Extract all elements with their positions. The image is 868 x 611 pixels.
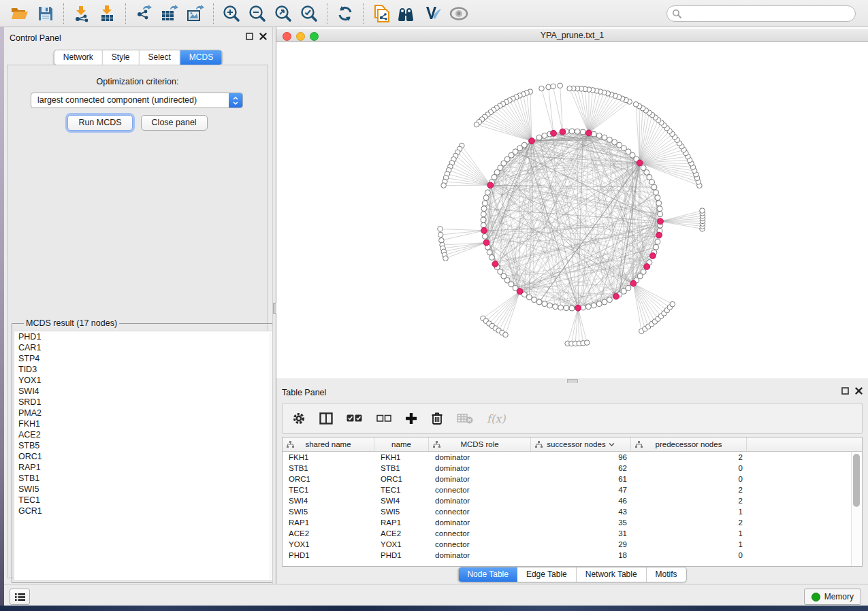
add-column-icon[interactable] [405,412,417,425]
table-cell[interactable]: 0 [631,475,747,483]
tab-style[interactable]: Style [103,50,140,65]
column-header-name[interactable]: name [374,437,429,451]
table-cell[interactable]: dominator [429,551,531,559]
table-cell[interactable]: 35 [531,518,631,527]
table-cell[interactable]: dominator [429,497,531,505]
save-session-button[interactable] [33,3,59,24]
mcds-result-item[interactable]: SWI5 [14,484,281,495]
table-cell[interactable]: 29 [531,540,631,548]
mcds-result-item[interactable]: TID3 [14,364,281,375]
horizontal-split-divider[interactable] [276,378,868,383]
close-panel-button[interactable]: Close panel [141,115,208,131]
column-header-MCDS-role[interactable]: MCDS role [429,437,531,451]
table-cell[interactable]: connector [429,529,531,538]
close-panel-icon[interactable] [855,387,863,395]
table-cell[interactable]: 61 [531,475,631,483]
table-cell[interactable]: 96 [531,453,631,461]
tab-edge-table[interactable]: Edge Table [517,567,577,582]
zoom-fit-button[interactable] [270,3,296,24]
mcds-result-item[interactable]: CAR1 [14,342,281,353]
table-cell[interactable]: 46 [531,497,631,505]
table-cell[interactable]: connector [429,486,531,494]
open-file-button[interactable] [7,3,33,24]
mcds-result-item[interactable]: STP4 [14,353,281,364]
table-cell[interactable]: TEC1 [283,486,374,494]
table-cell[interactable]: connector [429,508,531,516]
table-cell[interactable]: PHD1 [374,551,429,559]
mcds-result-item[interactable]: ACE2 [14,429,281,440]
zoom-selected-button[interactable] [296,3,322,24]
memory-button[interactable]: Memory [804,589,861,605]
mcds-result-item[interactable]: SRD1 [14,397,281,408]
refresh-layout-button[interactable] [332,3,358,24]
zoom-out-button[interactable] [244,3,270,24]
table-cell[interactable]: 62 [531,464,631,472]
show-hide-button[interactable] [446,3,472,24]
table-cell[interactable]: ACE2 [374,529,429,538]
table-cell[interactable]: FKH1 [283,453,374,461]
table-cell[interactable]: 2 [631,453,747,461]
mcds-result-item[interactable]: FKH1 [14,418,281,429]
mcds-result-item[interactable]: YOX1 [14,375,281,386]
table-row[interactable]: STB1STB1dominator620 [283,463,862,474]
close-panel-icon[interactable] [259,33,267,40]
table-row[interactable]: ACE2ACE2connector311 [283,528,862,539]
table-cell[interactable]: ORC1 [283,475,374,483]
table-cell[interactable]: STB1 [374,464,429,472]
mcds-result-item[interactable]: GCR1 [14,506,281,516]
delete-column-icon[interactable] [431,412,443,425]
tab-select[interactable]: Select [140,50,180,65]
table-cell[interactable]: ORC1 [374,475,429,483]
settings-gear-icon[interactable] [292,412,306,425]
column-header-shared-name[interactable]: shared name [283,437,374,451]
table-cell[interactable]: RAP1 [374,518,429,527]
table-cell[interactable]: 2 [631,518,747,527]
table-cell[interactable]: SWI4 [374,497,429,505]
tab-network[interactable]: Network [54,50,103,65]
network-titlebar[interactable]: YPA_prune.txt_1 [276,29,868,42]
mcds-result-item[interactable]: STB5 [14,440,281,451]
table-row[interactable]: RAP1RAP1dominator352 [283,517,862,528]
table-cell[interactable]: 47 [531,486,631,494]
search-network-button[interactable] [394,3,420,24]
table-cell[interactable]: dominator [429,475,531,483]
table-row[interactable]: YOX1YOX1connector291 [283,539,862,550]
vizmapper-button[interactable] [420,3,446,24]
table-cell[interactable]: 1 [631,529,747,538]
table-cell[interactable]: SWI4 [283,497,374,505]
column-layout-icon[interactable] [319,412,333,425]
run-mcds-button[interactable]: Run MCDS [67,115,132,131]
mcds-result-item[interactable]: RAP1 [14,462,281,473]
column-header-successor-nodes[interactable]: successor nodes [531,437,631,451]
select-all-icon[interactable] [347,414,363,423]
search-input[interactable] [666,5,856,22]
import-table-button[interactable] [95,3,120,24]
table-cell[interactable]: connector [429,540,531,548]
mcds-result-item[interactable]: PHD1 [14,331,281,342]
mcds-result-item[interactable]: TEC1 [14,495,281,506]
table-cell[interactable]: PHD1 [283,551,374,559]
tab-mcds[interactable]: MCDS [180,50,222,65]
table-cell[interactable]: YOX1 [283,540,374,548]
tab-network-table[interactable]: Network Table [577,567,647,582]
table-cell[interactable]: TEC1 [374,486,429,494]
export-image-button[interactable] [182,3,208,24]
table-row[interactable]: ORC1ORC1dominator610 [283,474,862,484]
table-cell[interactable]: SWI5 [283,508,374,516]
float-panel-icon[interactable] [841,387,849,395]
table-cell[interactable]: 43 [531,508,631,516]
table-cell[interactable]: 2 [631,497,747,505]
tab-node-table[interactable]: Node Table [458,567,517,582]
table-cell[interactable]: 31 [531,529,631,538]
table-cell[interactable]: 0 [631,464,747,472]
mcds-result-item[interactable]: STB1 [14,473,281,484]
table-row[interactable]: PHD1PHD1dominator180 [283,550,862,561]
table-cell[interactable]: YOX1 [374,540,429,548]
table-cell[interactable]: 0 [631,551,747,559]
table-cell[interactable]: dominator [429,453,531,461]
table-row[interactable]: SWI4SWI4dominator462 [283,495,862,506]
table-row[interactable]: FKH1FKH1dominator962 [283,452,862,463]
mcds-result-item[interactable]: PMA2 [14,408,281,418]
import-network-button[interactable] [69,3,95,24]
network-graph[interactable] [276,42,868,378]
